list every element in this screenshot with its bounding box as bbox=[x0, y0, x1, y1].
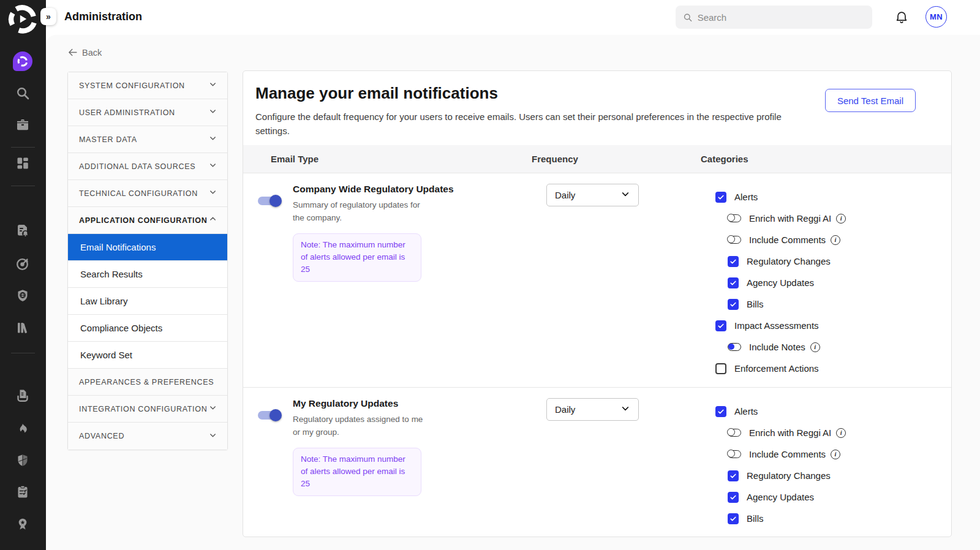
shield-globe-icon[interactable] bbox=[15, 288, 30, 303]
checkbox-checked[interactable] bbox=[728, 470, 739, 481]
category-label: Bills bbox=[747, 513, 764, 524]
chevron-down-icon bbox=[208, 80, 217, 89]
menu-item-master-data[interactable]: MASTER DATA bbox=[68, 126, 227, 153]
menu-item-appearances-preferences[interactable]: APPEARANCES & PREFERENCES bbox=[68, 369, 227, 396]
column-categories: Categories bbox=[701, 154, 951, 164]
checkbox-checked[interactable] bbox=[728, 256, 739, 267]
notifications-bell-icon[interactable] bbox=[894, 10, 909, 25]
menu-item-application-configuration[interactable]: APPLICATION CONFIGURATION bbox=[68, 207, 227, 234]
checkbox-checked[interactable] bbox=[715, 192, 726, 203]
clipboard-check-icon[interactable] bbox=[15, 484, 30, 499]
app-root: » Administration MN bbox=[0, 0, 980, 550]
menu-item-email-notifications[interactable]: Email Notifications bbox=[68, 234, 227, 261]
menu-item-label: Email Notifications bbox=[80, 242, 156, 252]
category-label: Alerts bbox=[734, 192, 758, 202]
category-item: Agency Updates bbox=[715, 486, 951, 508]
info-icon[interactable]: i bbox=[810, 342, 820, 352]
info-icon[interactable]: i bbox=[836, 214, 846, 224]
menu-item-keyword-set[interactable]: Keyword Set bbox=[68, 342, 227, 369]
category-label: Include Comments bbox=[749, 449, 826, 459]
menu-item-advanced[interactable]: ADVANCED bbox=[68, 423, 227, 450]
menu-item-label: Law Library bbox=[80, 296, 128, 306]
assistant-chat-icon[interactable] bbox=[13, 51, 32, 71]
menu-item-label: SYSTEM CONFIGURATION bbox=[79, 81, 185, 90]
main-region: Administration MN bbox=[46, 0, 980, 550]
email-notifications-card: Manage your email notifications Configur… bbox=[243, 70, 952, 537]
chevron-down-icon bbox=[208, 187, 217, 197]
row-categories-cell: AlertsEnrich with Reggi AIiInclude Comme… bbox=[715, 186, 951, 387]
frequency-select[interactable]: Daily bbox=[546, 184, 639, 206]
menu-item-compliance-objects[interactable]: Compliance Objects bbox=[68, 315, 227, 342]
search-icon[interactable] bbox=[15, 86, 30, 100]
checkbox-checked[interactable] bbox=[728, 299, 739, 310]
category-label: Agency Updates bbox=[747, 492, 814, 502]
email-enabled-toggle[interactable] bbox=[258, 411, 280, 420]
menu-item-label: TECHNICAL CONFIGURATION bbox=[79, 189, 198, 198]
checkbox-checked[interactable] bbox=[728, 513, 739, 524]
info-icon[interactable]: i bbox=[831, 450, 840, 459]
shield-half-icon[interactable] bbox=[15, 453, 30, 468]
flame-icon[interactable] bbox=[15, 421, 30, 436]
check-icon bbox=[729, 515, 737, 522]
send-test-email-button[interactable]: Send Test Email bbox=[825, 89, 916, 112]
library-icon[interactable] bbox=[15, 320, 30, 335]
category-item: Enforcement Actions bbox=[715, 358, 951, 379]
menu-item-system-configuration[interactable]: SYSTEM CONFIGURATION bbox=[68, 72, 227, 99]
toggle-off[interactable] bbox=[728, 236, 741, 244]
back-label: Back bbox=[82, 48, 102, 58]
rail-divider bbox=[11, 147, 35, 148]
category-label: Enforcement Actions bbox=[734, 363, 819, 374]
info-icon[interactable]: i bbox=[836, 428, 846, 438]
frequency-value: Daily bbox=[555, 404, 575, 415]
menu-item-label: Compliance Objects bbox=[80, 323, 162, 333]
back-button[interactable]: Back bbox=[67, 47, 102, 58]
email-type-title: My Regulatory Updates bbox=[293, 398, 546, 409]
chevron-down-icon bbox=[620, 189, 630, 199]
target-icon[interactable] bbox=[15, 257, 30, 271]
category-item: Bills bbox=[715, 508, 951, 529]
info-icon[interactable]: i bbox=[831, 235, 840, 245]
menu-item-user-administration[interactable]: USER ADMINISTRATION bbox=[68, 99, 227, 126]
checkbox-unchecked[interactable] bbox=[715, 363, 726, 374]
user-avatar[interactable]: MN bbox=[925, 6, 947, 28]
menu-item-law-library[interactable]: Law Library bbox=[68, 288, 227, 315]
dashboard-icon[interactable] bbox=[15, 156, 30, 170]
checkbox-checked[interactable] bbox=[728, 492, 739, 503]
menu-item-label: Keyword Set bbox=[80, 350, 132, 360]
card-header: Manage your email notifications Configur… bbox=[243, 71, 951, 145]
scanner-alert-icon[interactable] bbox=[15, 224, 30, 238]
row-info-cell: Company Wide Regulatory UpdatesSummary o… bbox=[293, 184, 546, 387]
search-box[interactable] bbox=[676, 6, 872, 29]
menu-item-additional-data-sources[interactable]: ADDITIONAL DATA SOURCES bbox=[68, 153, 227, 180]
sidebar-expand-button[interactable]: » bbox=[40, 8, 56, 25]
check-icon bbox=[729, 472, 737, 480]
category-label: Regulatory Changes bbox=[747, 256, 831, 266]
check-icon bbox=[729, 258, 737, 265]
checkbox-checked[interactable] bbox=[715, 320, 726, 331]
row-frequency-cell: Daily bbox=[546, 184, 715, 387]
menu-item-label: ADDITIONAL DATA SOURCES bbox=[79, 162, 195, 171]
note-chip: Note: The maximum number of alerts allow… bbox=[293, 233, 421, 282]
menu-item-search-results[interactable]: Search Results bbox=[68, 261, 227, 288]
toggle-on[interactable] bbox=[728, 343, 741, 351]
rail-divider bbox=[11, 353, 35, 353]
content-area: Back SYSTEM CONFIGURATION USER ADMINISTR… bbox=[46, 35, 980, 550]
check-icon bbox=[729, 494, 737, 501]
toggle-off[interactable] bbox=[728, 450, 741, 458]
toggle-off[interactable] bbox=[728, 429, 741, 437]
menu-item-technical-configuration[interactable]: TECHNICAL CONFIGURATION bbox=[68, 180, 227, 207]
document-tray-icon[interactable] bbox=[15, 388, 30, 403]
award-ribbon-icon[interactable] bbox=[15, 517, 30, 532]
check-icon bbox=[717, 194, 725, 201]
category-item: Include Notesi bbox=[715, 336, 951, 358]
app-logo-icon bbox=[7, 4, 38, 34]
chevron-down-icon bbox=[208, 107, 217, 116]
toggle-off[interactable] bbox=[728, 214, 741, 222]
email-enabled-toggle[interactable] bbox=[258, 197, 280, 205]
menu-item-integration-configuration[interactable]: INTEGRATION CONFIGURATION bbox=[68, 396, 227, 423]
frequency-select[interactable]: Daily bbox=[546, 398, 639, 421]
checkbox-checked[interactable] bbox=[728, 277, 739, 288]
search-input[interactable] bbox=[698, 12, 865, 23]
checkbox-checked[interactable] bbox=[715, 406, 726, 417]
briefcase-icon[interactable] bbox=[15, 118, 30, 132]
